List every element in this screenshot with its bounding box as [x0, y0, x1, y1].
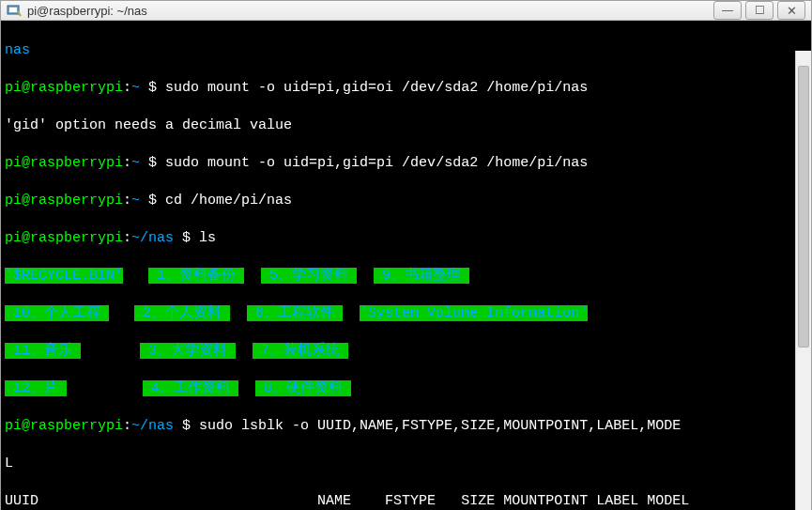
scrollbar-thumb[interactable] — [798, 66, 809, 348]
list-item: 1、资料备份 — [148, 268, 244, 284]
window-title: pi@raspberrypi: ~/nas — [27, 4, 713, 18]
svg-rect-1 — [9, 8, 17, 12]
list-item: '$RECYCLE.BIN' — [5, 268, 123, 284]
list-item: 3、大学资料 — [140, 343, 236, 359]
cmd: sudo lsblk -o UUID,NAME,FSTYPE,SIZE,MOUN… — [199, 418, 681, 434]
prompt-user: pi@raspberrypi — [5, 80, 123, 96]
table-header: UUID NAME FSTYPE SIZE MOUNTPOINT LABEL M… — [5, 492, 807, 510]
terminal-output[interactable]: nas pi@raspberrypi:~ $ sudo mount -o uid… — [1, 21, 811, 510]
titlebar[interactable]: pi@raspberrypi: ~/nas — ☐ ✕ — [1, 1, 811, 21]
list-item: 2、个人资料 — [134, 305, 230, 321]
list-item: 12、片 — [5, 380, 67, 396]
minimize-button[interactable]: — — [713, 1, 742, 20]
list-item: 9、书籍整理 — [374, 268, 469, 284]
list-item: 4、工作资料 — [143, 380, 238, 396]
list-item: 10、个人工程 — [5, 305, 109, 321]
error-text: 'gid' option needs a decimal value — [5, 116, 807, 135]
list-item: 11、音乐 — [5, 343, 81, 359]
list-item: 7、装机系统 — [253, 343, 348, 359]
close-button[interactable]: ✕ — [777, 1, 805, 20]
list-item: 5、学习资料 — [261, 268, 357, 284]
cmd: ls — [199, 230, 216, 246]
cmd-cont: L — [5, 455, 807, 473]
titlebar-buttons: — ☐ ✕ — [713, 1, 805, 20]
list-item: 6、工程软件 — [247, 305, 343, 321]
text: nas — [5, 42, 30, 58]
scrollbar[interactable] — [795, 51, 811, 510]
cmd: sudo mount -o uid=pi,gid=oi /dev/sda2 /h… — [165, 80, 588, 96]
svg-line-2 — [18, 11, 21, 16]
terminal-window: pi@raspberrypi: ~/nas — ☐ ✕ nas pi@raspb… — [0, 0, 812, 510]
maximize-button[interactable]: ☐ — [745, 1, 774, 20]
list-item: 8、硬件资料 — [255, 380, 351, 396]
cmd: sudo mount -o uid=pi,gid=pi /dev/sda2 /h… — [165, 155, 588, 171]
list-item: 'System Volume Information' — [360, 305, 588, 321]
cmd: cd /home/pi/nas — [165, 193, 292, 209]
putty-icon — [7, 3, 22, 18]
